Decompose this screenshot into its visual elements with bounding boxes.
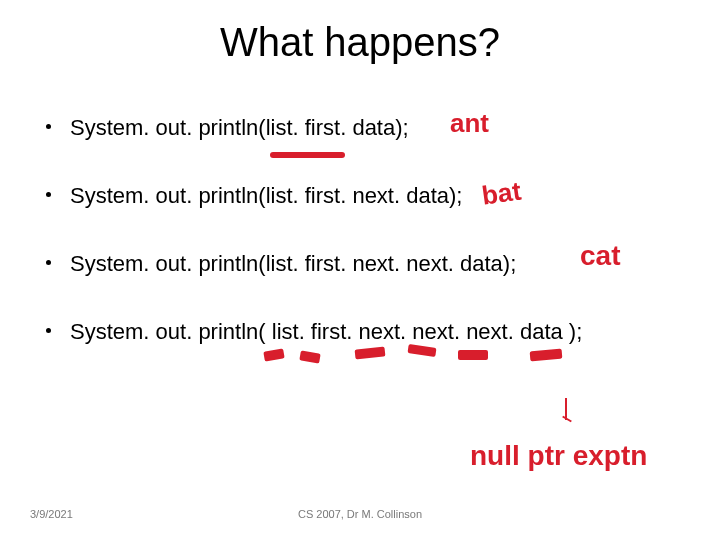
- bullet-text: System. out. println( list. first. next.…: [70, 319, 582, 344]
- bullet-text: System. out. println(list. first. data);: [70, 115, 409, 140]
- mark-stroke-icon: [562, 416, 572, 423]
- underline-stroke-icon: [458, 350, 488, 360]
- bullet-dot-icon: [46, 260, 51, 265]
- handwritten-annotation: bat: [480, 175, 523, 211]
- handwritten-annotation: ant: [450, 108, 489, 139]
- handwritten-annotation: cat: [580, 240, 620, 272]
- underline-stroke-icon: [270, 152, 345, 158]
- footer-course: CS 2007, Dr M. Collinson: [0, 508, 720, 520]
- slide: What happens? System. out. println(list.…: [0, 0, 720, 540]
- handwritten-annotation: null ptr exptn: [470, 440, 647, 472]
- slide-title: What happens?: [0, 20, 720, 65]
- bullet-text: System. out. println(list. first. next. …: [70, 183, 462, 208]
- bullet-item: System. out. println( list. first. next.…: [40, 319, 660, 345]
- bullet-dot-icon: [46, 192, 51, 197]
- bullet-item: System. out. println(list. first. data);: [40, 115, 660, 141]
- bullet-text: System. out. println(list. first. next. …: [70, 251, 516, 276]
- bullet-item: System. out. println(list. first. next. …: [40, 183, 660, 209]
- bullet-dot-icon: [46, 124, 51, 129]
- bullet-list: System. out. println(list. first. data);…: [40, 115, 660, 387]
- bullet-item: System. out. println(list. first. next. …: [40, 251, 660, 277]
- bullet-dot-icon: [46, 328, 51, 333]
